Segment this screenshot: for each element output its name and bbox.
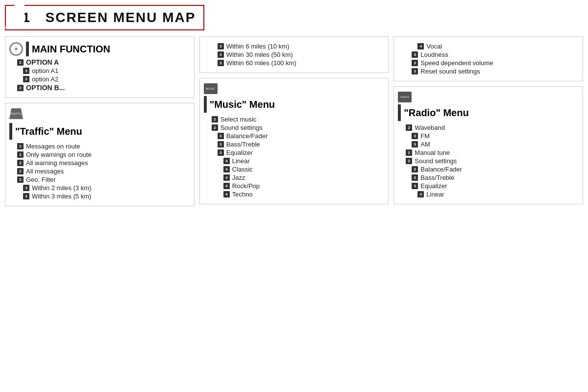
list-item: 4 Linear [416,191,578,198]
column-3: 4 Vocal 3 Loudness 3 Speed dependent vol… [393,36,583,384]
column-1: MAIN FUNCTION 2 OPTION A 3 option A1 3 o… [5,36,195,384]
list-item: 3 FM [410,132,578,140]
main-function-header: MAIN FUNCTION [9,42,189,56]
main-content: MAIN FUNCTION 2 OPTION A 3 option A1 3 o… [5,36,583,384]
traffic-menu-title: "Traffic" Menu [15,126,82,137]
radio-menu-title: "Radio" Menu [404,107,468,119]
list-item: 2 Select music [210,116,384,123]
list-item: 2 All warning messages [15,159,189,167]
list-item: 3 Within 6 miles (10 km) [216,43,384,50]
gear-icon [9,42,23,56]
sound-settings-top-box: 4 Vocal 3 Loudness 3 Speed dependent vol… [393,36,583,81]
page-header: 11 SCREEN MENU MAP [5,5,204,30]
list-item: 2 Waveband [404,124,578,131]
list-item: 3 Bass/Treble [410,174,578,181]
column-2: 3 Within 6 miles (10 km) 3 Within 30 mil… [199,36,389,384]
music-menu-box: "Music" Menu 2 Select music 2 Sound sett… [199,78,389,204]
list-item: 3 Reset sound settings [410,68,578,75]
level-bar-music [204,96,207,113]
list-item: 4 Jazz [221,174,384,181]
traffic-menu-box: TRAFFIC "Traffic" Menu 2 Messages on rou… [5,103,195,206]
radio-menu-box: "Radio" Menu 2 Waveband 3 FM 3 AM 2 Manu… [393,86,583,204]
traffic-menu-header: TRAFFIC [9,108,189,121]
list-item: 4 Techno [221,191,384,198]
music-menu-title: "Music" Menu [210,99,275,110]
traffic-continued-box: 3 Within 6 miles (10 km) 3 Within 30 mil… [199,36,389,73]
list-item: 2 Sound settings [404,157,578,165]
list-item: 3 Balance/Fader [410,166,578,173]
list-item: 4 Vocal [416,43,578,50]
music-icon [204,83,218,94]
list-item: 3 Within 60 miles (100 km) [216,59,384,67]
list-item: 3 AM [410,141,578,148]
list-item: 2 Only warnings on route [15,151,189,158]
list-item: 3 Within 2 miles (3 km) [21,184,189,192]
list-item: 4 Rock/Pop [221,182,384,190]
list-item: 2 Manual tune [404,149,578,156]
list-item: 2 Messages on route [15,143,189,150]
page-title: 11 SCREEN MENU MAP [14,10,196,25]
list-item: 3 Equalizer [216,149,384,156]
list-item: 2 OPTION B... [15,84,189,92]
list-item: 3 Balance/Fader [216,132,384,140]
radio-icon [398,92,412,102]
list-item: 3 Equalizer [410,182,578,190]
traffic-icon: TRAFFIC [9,108,23,119]
list-item: 3 Within 3 miles (5 km) [21,193,189,200]
list-item: 2 Geo. Filter [15,176,189,183]
level-bar-radio [398,104,401,121]
list-item: 3 Speed dependent volume [410,59,578,67]
list-item: 2 All messages [15,168,189,175]
list-item: 3 Bass/Treble [216,141,384,148]
list-item: 4 Linear [221,157,384,165]
main-function-title: MAIN FUNCTION [32,44,110,55]
list-item: 4 Classic [221,166,384,173]
list-item: 2 Sound settings [210,124,384,131]
level-bar-traffic [9,123,12,140]
main-function-box: MAIN FUNCTION 2 OPTION A 3 option A1 3 o… [5,36,195,98]
list-item: 2 OPTION A [15,58,189,66]
level-bar-main [26,42,29,56]
list-item: 3 Loudness [410,51,578,58]
list-item: 3 option A2 [21,75,189,83]
list-item: 3 Within 30 miles (50 km) [216,51,384,58]
list-item: 3 option A1 [21,67,189,74]
